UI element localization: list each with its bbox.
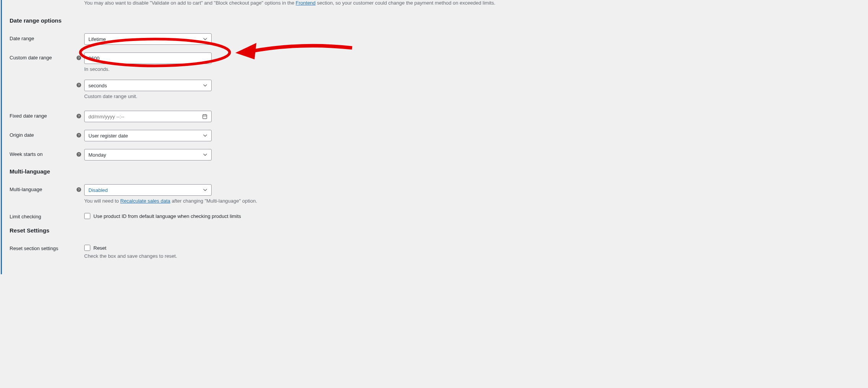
limit-checking-checkbox[interactable]: [84, 213, 90, 219]
date-range-select[interactable]: Lifetime: [84, 33, 212, 45]
week-starts-on-label: Week starts on: [10, 149, 77, 157]
limit-checking-checkbox-label: Use product ID from default language whe…: [93, 213, 241, 219]
top-description: You may also want to disable "Validate o…: [84, 0, 860, 6]
reset-description: Check the box and save changes to reset.: [84, 253, 860, 259]
custom-date-range-unit-description: Custom date range unit.: [84, 93, 860, 99]
section-heading-date-range: Date range options: [10, 17, 860, 24]
help-icon[interactable]: [77, 52, 84, 61]
limit-checking-label: Limit checking: [10, 211, 77, 219]
datetime-placeholder: dd/mm/yyyy --:--: [88, 114, 124, 120]
custom-date-range-unit-select[interactable]: seconds: [84, 80, 212, 91]
help-icon[interactable]: [77, 184, 84, 193]
origin-date-select[interactable]: User register date: [84, 130, 212, 141]
help-icon[interactable]: [77, 80, 84, 88]
multi-language-label: Multi-language: [10, 184, 77, 192]
svg-rect-2: [203, 115, 207, 119]
top-desc-suffix: section, so your customer could change t…: [316, 0, 496, 6]
reset-section-settings-label: Reset section settings: [10, 243, 77, 251]
custom-date-range-input[interactable]: [84, 52, 212, 64]
week-starts-on-select[interactable]: Monday: [84, 149, 212, 160]
reset-checkbox[interactable]: [84, 245, 90, 251]
section-heading-multi-language: Multi-language: [10, 168, 860, 175]
fixed-date-range-label: Fixed date range: [10, 111, 77, 119]
custom-date-range-label: Custom date range: [10, 52, 77, 61]
section-heading-reset-settings: Reset Settings: [10, 227, 860, 234]
reset-checkbox-label: Reset: [93, 245, 106, 251]
multi-language-select[interactable]: Disabled: [84, 184, 212, 196]
help-icon[interactable]: [77, 111, 84, 120]
frontend-link[interactable]: Frontend: [296, 0, 316, 6]
top-desc-prefix: You may also want to disable "Validate o…: [84, 0, 296, 6]
calendar-icon: [202, 114, 207, 119]
recalculate-sales-link[interactable]: Recalculate sales data: [120, 198, 170, 204]
multi-language-description: You will need to Recalculate sales data …: [84, 198, 860, 204]
help-icon[interactable]: [77, 130, 84, 139]
custom-date-range-description: In seconds.: [84, 66, 860, 72]
origin-date-label: Origin date: [10, 130, 77, 138]
help-icon[interactable]: [77, 149, 84, 158]
fixed-date-range-input[interactable]: dd/mm/yyyy --:--: [84, 111, 212, 122]
date-range-label: Date range: [10, 33, 77, 41]
